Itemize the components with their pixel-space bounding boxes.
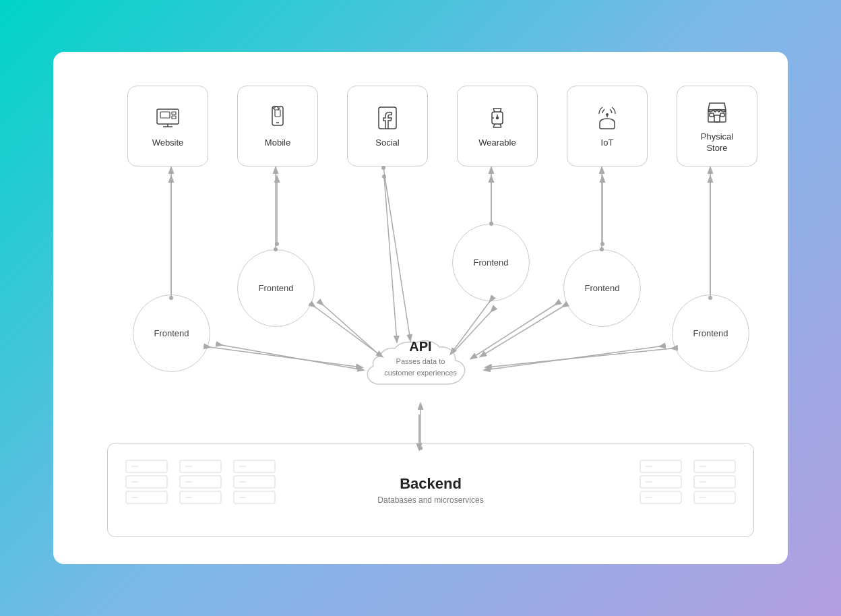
frontend-label-4: Frontend (584, 283, 619, 293)
svg-rect-30 (275, 110, 280, 117)
svg-rect-31 (379, 107, 396, 129)
monitor-icon (154, 104, 182, 132)
db-icon-1 (125, 457, 168, 521)
svg-line-85 (383, 168, 410, 340)
svg-line-19 (485, 346, 660, 370)
frontend-label-3: Frontend (473, 257, 508, 268)
svg-rect-45 (714, 115, 720, 122)
backend-box: Backend Databases and microservices (107, 443, 754, 537)
channel-physical: PhysicalStore (677, 86, 757, 166)
api-title: API (353, 339, 488, 355)
frontend-circle-5: Frontend (672, 295, 749, 372)
svg-rect-46 (710, 113, 714, 117)
svg-point-10 (600, 242, 604, 246)
frontend-circle-4: Frontend (563, 249, 641, 327)
frontend-circle-2: Frontend (237, 249, 315, 327)
backend-text: Backend Databases and microservices (377, 475, 483, 505)
api-text: API Passes data tocustomer experiences (353, 339, 488, 378)
channel-wearable-label: Wearable (478, 137, 516, 149)
channel-social-label: Social (375, 137, 399, 149)
svg-rect-47 (720, 113, 724, 117)
svg-rect-27 (172, 116, 176, 119)
svg-rect-26 (172, 112, 176, 115)
backend-subtitle: Databases and microservices (377, 495, 483, 505)
frontend-circle-3: Frontend (452, 224, 530, 301)
svg-point-41 (497, 117, 499, 119)
db-icon-3 (232, 457, 276, 521)
channel-iot: IoT (567, 86, 648, 166)
frontend-label-2: Frontend (258, 283, 293, 293)
channel-social: Social (347, 86, 428, 166)
channel-website-label: Website (152, 137, 184, 149)
svg-point-16 (382, 175, 386, 179)
db-icon-2 (179, 457, 222, 521)
channel-physical-label: PhysicalStore (701, 131, 733, 154)
channel-iot-label: IoT (601, 137, 614, 149)
channel-mobile-label: Mobile (265, 137, 290, 149)
frontend-label-5: Frontend (693, 328, 728, 338)
frontend-label-1: Frontend (154, 328, 189, 338)
db-icon-5 (693, 457, 737, 521)
svg-line-15 (384, 177, 397, 342)
frontend-circle-1: Frontend (133, 295, 210, 372)
svg-point-6 (275, 242, 279, 246)
api-cloud: API Passes data tocustomer experiences (353, 327, 488, 404)
db-icon-4 (639, 457, 683, 521)
diagram-card: Website Mobile Social (53, 52, 788, 564)
channel-website: Website (127, 86, 208, 166)
mobile-icon (263, 104, 292, 132)
api-subtitle: Passes data tocustomer experiences (353, 356, 488, 378)
svg-point-43 (606, 113, 609, 116)
svg-rect-25 (160, 112, 170, 118)
svg-line-97 (486, 348, 672, 367)
channel-mobile: Mobile (237, 86, 318, 166)
watch-icon (483, 104, 511, 132)
svg-line-93 (210, 347, 362, 367)
svg-line-96 (480, 307, 563, 357)
backend-title: Backend (377, 475, 483, 493)
svg-line-13 (222, 345, 363, 370)
facebook-icon (373, 104, 402, 132)
iot-icon (593, 104, 621, 132)
store-icon (703, 98, 731, 126)
channel-wearable: Wearable (457, 86, 538, 166)
